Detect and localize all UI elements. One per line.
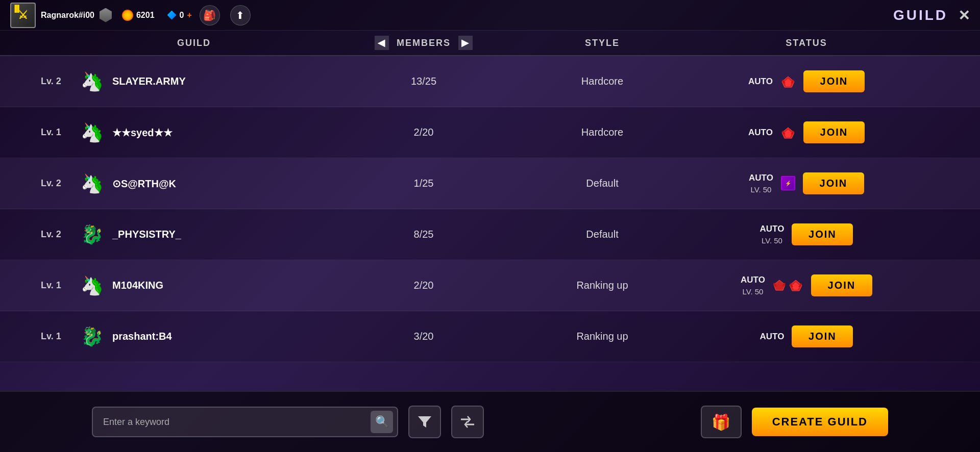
- level-badge: Lv. 2: [41, 229, 71, 240]
- members-count: 2/20: [347, 280, 500, 291]
- guild-rows: Lv. 2 🦄 SLAYER.ARMY 13/25 Hardcore AUTO …: [0, 56, 980, 362]
- guild-info: Lv. 1 🦄 M104KING: [41, 273, 347, 298]
- guild-icon: 🦄: [79, 171, 105, 196]
- guild-icon: 🦄: [79, 69, 105, 94]
- members-count: 13/25: [347, 76, 500, 87]
- level-badge: Lv. 1: [41, 127, 71, 138]
- col-style: STYLE: [500, 38, 704, 48]
- guild-name: M104KING: [112, 280, 163, 291]
- members-count: 1/25: [347, 178, 500, 189]
- top-right-area: GUILD ✕: [893, 0, 970, 31]
- join-button[interactable]: JOIN: [792, 325, 853, 347]
- level-badge: Lv. 1: [41, 331, 71, 342]
- guild-name: SLAYER.ARMY: [112, 76, 186, 87]
- auto-info: AUTO LV. 50: [749, 172, 773, 195]
- gift-button[interactable]: 🎁: [701, 406, 742, 438]
- members-count: 8/25: [347, 229, 500, 240]
- join-button[interactable]: JOIN: [792, 223, 853, 245]
- table-row: Lv. 2 🐉 _PHYSISTRY_ 8/25 Default AUTO LV…: [0, 209, 980, 260]
- join-button[interactable]: JOIN: [803, 121, 865, 143]
- status-col: AUTO JOIN: [704, 121, 909, 143]
- join-button[interactable]: JOIN: [803, 70, 865, 92]
- style-text: Ranking up: [500, 280, 704, 291]
- table-row: Lv. 1 🦄 M104KING 2/20 Ranking up AUTO LV…: [0, 260, 980, 311]
- gems-display: 0 +: [167, 11, 192, 20]
- search-button[interactable]: 🔍: [371, 411, 393, 433]
- guild-info: Lv. 1 🐉 prashant:B4: [41, 324, 347, 349]
- shield-badge: [100, 8, 112, 22]
- guild-name: _PHYSISTRY_: [112, 229, 181, 240]
- auto-info: AUTO LV. 50: [760, 223, 785, 246]
- prev-arrow[interactable]: ◀: [375, 36, 389, 50]
- search-wrap: 🔍: [92, 407, 398, 437]
- bottom-bar: 🔍 🎁 CREATE GUILD: [0, 391, 980, 452]
- player-name: Ragnarok#i00: [41, 11, 94, 20]
- table-row: Lv. 1 🦄 ★★syed★★ 2/20 Hardcore AUTO JOIN: [0, 107, 980, 158]
- guild-name: ★★syed★★: [112, 127, 173, 139]
- guild-icon: 🦄: [79, 273, 105, 298]
- coins-display: 6201: [122, 10, 155, 21]
- guild-table-container: GUILD ◀ MEMBERS ▶ STYLE STATUS Lv. 2 🦄 S…: [0, 31, 980, 391]
- search-input[interactable]: [92, 407, 398, 437]
- join-button[interactable]: JOIN: [803, 172, 864, 194]
- level-badge: Lv. 1: [41, 280, 71, 291]
- guild-info: Lv. 2 🦄 SLAYER.ARMY: [41, 69, 347, 94]
- auto-info: AUTO: [748, 76, 773, 88]
- members-count: 2/20: [347, 127, 500, 138]
- style-text: Hardcore: [500, 76, 704, 87]
- members-count: 3/20: [347, 331, 500, 342]
- gems-plus: +: [187, 11, 191, 20]
- table-row: Lv. 2 🦄 ⊙S@RTH@K 1/25 Default AUTO LV. 5…: [0, 158, 980, 209]
- filter-button[interactable]: [408, 406, 441, 438]
- level-badge: Lv. 2: [41, 178, 71, 189]
- col-status: STATUS: [704, 38, 909, 48]
- guild-name: ⊙S@RTH@K: [112, 178, 176, 190]
- guild-icon: 🐉: [79, 324, 105, 349]
- status-col: AUTO LV. 50 JOIN: [704, 274, 909, 297]
- svg-marker-7: [418, 416, 431, 428]
- inventory-icon-btn[interactable]: 🎒: [200, 5, 220, 26]
- col-guild: GUILD: [41, 38, 347, 48]
- upload-icon-btn[interactable]: ⬆: [230, 5, 251, 26]
- guild-info: Lv. 2 🐉 _PHYSISTRY_: [41, 222, 347, 247]
- level-badge: Lv. 2: [41, 76, 71, 87]
- table-header: GUILD ◀ MEMBERS ▶ STYLE STATUS: [0, 31, 980, 56]
- table-row: Lv. 2 🦄 SLAYER.ARMY 13/25 Hardcore AUTO …: [0, 56, 980, 107]
- guild-icon: 🦄: [79, 120, 105, 145]
- guild-name: prashant:B4: [112, 331, 172, 342]
- top-bar: ▐▌ ⚔ Ragnarok#i00 6201 0 + 🎒 ⬆ GUILD ✕: [0, 0, 980, 31]
- style-text: Default: [500, 178, 704, 189]
- status-col: AUTO LV. 50 ⚡ JOIN: [704, 172, 909, 195]
- style-text: Ranking up: [500, 331, 704, 342]
- create-guild-button[interactable]: CREATE GUILD: [752, 408, 888, 436]
- join-button[interactable]: JOIN: [811, 274, 872, 296]
- guild-info: Lv. 1 🦄 ★★syed★★: [41, 120, 347, 145]
- sort-button[interactable]: [451, 406, 484, 438]
- currency-group: 6201 0 +: [122, 10, 192, 21]
- gem-icon: [167, 11, 177, 20]
- table-row: Lv. 1 🐉 prashant:B4 3/20 Ranking up AUTO…: [0, 311, 980, 362]
- auto-info: AUTO: [760, 331, 785, 343]
- coin-icon: [122, 10, 133, 21]
- status-col: AUTO LV. 50 JOIN: [704, 223, 909, 246]
- auto-info: AUTO LV. 50: [741, 274, 765, 297]
- player-avatar: ▐▌ ⚔: [10, 3, 36, 28]
- guild-title: GUILD: [893, 7, 948, 23]
- top-icons: 🎒 ⬆: [200, 5, 251, 26]
- style-text: Hardcore: [500, 127, 704, 138]
- col-members: ◀ MEMBERS ▶: [347, 36, 500, 50]
- guild-info: Lv. 2 🦄 ⊙S@RTH@K: [41, 171, 347, 196]
- auto-info: AUTO: [748, 127, 773, 139]
- close-button[interactable]: ✕: [958, 7, 970, 24]
- style-text: Default: [500, 229, 704, 240]
- player-info: ▐▌ ⚔ Ragnarok#i00: [10, 3, 112, 28]
- status-col: AUTO JOIN: [704, 325, 909, 347]
- status-col: AUTO JOIN: [704, 70, 909, 92]
- guild-icon: 🐉: [79, 222, 105, 247]
- next-arrow[interactable]: ▶: [458, 36, 473, 50]
